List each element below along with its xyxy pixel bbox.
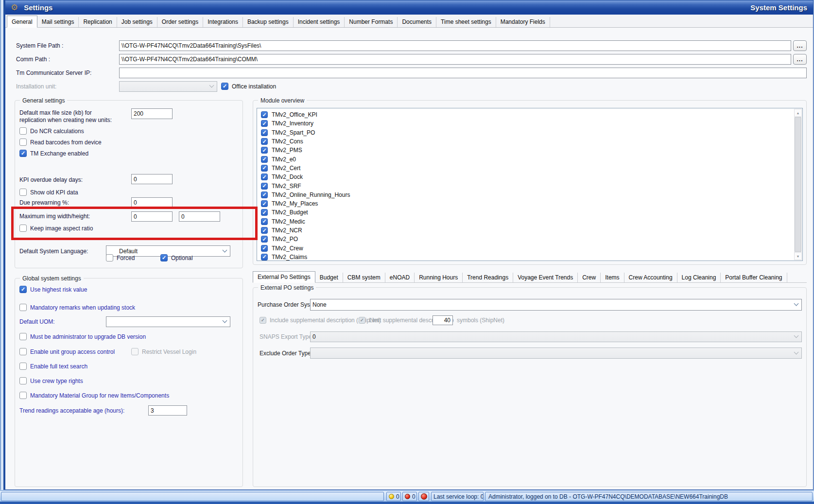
scrollbar-thumb[interactable] xyxy=(795,117,801,252)
subtab-trend-readings[interactable]: Trend Readings xyxy=(463,273,513,282)
tab-documents[interactable]: Documents xyxy=(398,17,436,27)
module-row[interactable]: TMv2_Claims xyxy=(261,253,792,261)
module-checkbox[interactable] xyxy=(261,147,268,154)
tab-replication[interactable]: Replication xyxy=(79,17,117,27)
module-checkbox[interactable] xyxy=(261,245,268,252)
subtab-running-hours[interactable]: Running Hours xyxy=(415,273,463,282)
system-file-path-input[interactable]: \\OTG-W-PF47N4CQ\Tmv2Data664Training\Sys… xyxy=(119,40,791,51)
subtab-cbm-system[interactable]: CBM system xyxy=(343,273,385,282)
subtab-portal-buffer-cleaning[interactable]: Portal Buffer Cleaning xyxy=(721,273,787,282)
module-checkbox[interactable] xyxy=(261,165,268,172)
module-checkbox[interactable] xyxy=(261,156,268,163)
tab-order-settings[interactable]: Order settings xyxy=(157,17,203,27)
browse-system-file-path-button[interactable]: ... xyxy=(793,40,807,51)
tab-time-sheet-settings[interactable]: Time sheet settings xyxy=(436,17,496,27)
module-checkbox[interactable] xyxy=(261,227,268,234)
kpi-overdue-input[interactable]: 0 xyxy=(131,174,173,184)
subtab-log-cleaning[interactable]: Log Cleaning xyxy=(677,273,721,282)
tab-incident-settings[interactable]: Incident settings xyxy=(294,17,345,27)
mandatory-material-checkbox[interactable] xyxy=(19,392,27,399)
module-checkbox[interactable] xyxy=(261,174,268,180)
subtab-crew[interactable]: Crew xyxy=(578,273,601,282)
module-checkbox[interactable] xyxy=(261,120,268,127)
module-list-scrollbar[interactable]: ▲ ▼ xyxy=(794,109,802,260)
warning-count: 0 xyxy=(396,493,399,500)
max-img-width-input[interactable]: 0 xyxy=(131,211,173,222)
module-row[interactable]: TMv2_Budget xyxy=(261,208,792,217)
subtab-budget[interactable]: Budget xyxy=(315,273,343,282)
max-file-size-input[interactable]: 200 xyxy=(131,108,173,119)
module-row[interactable]: TMv2_Crew xyxy=(261,243,792,252)
subtab-enoad[interactable]: eNOAD xyxy=(385,273,415,282)
browse-comm-path-button[interactable]: ... xyxy=(793,54,807,65)
subtab-items[interactable]: Items xyxy=(601,273,624,282)
scroll-up-icon[interactable]: ▲ xyxy=(794,109,802,117)
module-label: TMv2_Budget xyxy=(272,209,308,216)
module-row[interactable]: TMv2_Cert xyxy=(261,164,792,173)
module-row[interactable]: TMv2_Inventory xyxy=(261,119,792,128)
module-row[interactable]: TMv2_Spart_PO xyxy=(261,128,792,137)
module-checkbox[interactable] xyxy=(261,129,268,136)
enable-unit-group-checkbox[interactable] xyxy=(19,348,27,355)
module-overview-title: Module overview xyxy=(258,97,307,104)
module-row[interactable]: TMv2_Cons xyxy=(261,137,792,146)
error-count: 0 xyxy=(412,493,416,500)
module-checkbox[interactable] xyxy=(261,254,268,261)
module-row[interactable]: TMv2_SRF xyxy=(261,181,792,190)
module-checkbox[interactable] xyxy=(261,218,268,225)
scroll-down-icon[interactable]: ▼ xyxy=(794,252,802,260)
subtab-external-po-settings[interactable]: External Po Settings xyxy=(253,271,315,283)
purchase-order-system-select[interactable]: None xyxy=(310,299,802,311)
module-row[interactable]: TMv2_Online_Running_Hours xyxy=(261,191,792,199)
must-be-admin-checkbox[interactable] xyxy=(19,333,27,340)
max-img-height-input[interactable]: 0 xyxy=(179,211,220,222)
limit-symbols-input[interactable]: 40 xyxy=(433,315,453,325)
status-warning-cell: 0 xyxy=(386,492,401,501)
module-row[interactable]: TMv2_My_Places xyxy=(261,199,792,208)
module-label: TMv2_Dock xyxy=(272,174,303,180)
module-checkbox[interactable] xyxy=(261,200,268,207)
subtab-crew-accounting[interactable]: Crew Accounting xyxy=(624,273,677,282)
subtab-voyage-event-trends[interactable]: Voyage Event Trends xyxy=(513,273,578,282)
module-list[interactable]: TMv2_Office_KPI TMv2_Inventory TMv2_Spar… xyxy=(257,108,803,261)
comm-path-input[interactable]: \\OTG-W-PF47N4CQ\Tmv2Data664Training\COM… xyxy=(119,54,791,65)
module-checkbox[interactable] xyxy=(261,209,268,216)
full-text-checkbox[interactable] xyxy=(19,363,27,370)
read-barcodes-checkbox[interactable] xyxy=(19,139,27,146)
default-uom-select[interactable] xyxy=(106,316,230,327)
due-prewarning-input[interactable]: 0 xyxy=(131,197,173,208)
module-row[interactable]: TMv2_PO xyxy=(261,235,792,243)
module-checkbox[interactable] xyxy=(261,111,268,118)
tab-number-formats[interactable]: Number Formats xyxy=(345,17,398,27)
crew-type-checkbox[interactable] xyxy=(19,377,27,384)
module-checkbox[interactable] xyxy=(261,191,268,198)
tab-job-settings[interactable]: Job settings xyxy=(117,17,157,27)
module-row[interactable]: TMv2_Office_KPI xyxy=(261,110,792,119)
tab-general[interactable]: General xyxy=(7,16,37,28)
tab-mail-settings[interactable]: Mail settings xyxy=(37,17,79,27)
office-installation-checkbox[interactable] xyxy=(221,83,228,90)
use-highest-risk-checkbox[interactable] xyxy=(19,286,27,293)
module-row[interactable]: TMv2_Dock xyxy=(261,173,792,181)
module-row[interactable]: TMv2_PMS xyxy=(261,146,792,155)
tab-mandatory-fields[interactable]: Mandatory Fields xyxy=(496,17,550,27)
tm-communicator-ip-input[interactable] xyxy=(119,68,807,78)
tab-integrations[interactable]: Integrations xyxy=(203,17,243,27)
module-checkbox[interactable] xyxy=(261,138,268,145)
keep-aspect-checkbox[interactable] xyxy=(19,225,27,232)
mandatory-remarks-checkbox[interactable] xyxy=(19,304,27,311)
module-row[interactable]: TMv2_e0 xyxy=(261,155,792,163)
show-old-kpi-checkbox[interactable] xyxy=(19,189,27,196)
module-checkbox[interactable] xyxy=(261,236,268,243)
trend-readings-input[interactable]: 3 xyxy=(148,405,187,416)
module-row[interactable]: TMv2_Medic xyxy=(261,217,792,226)
tab-backup-settings[interactable]: Backup settings xyxy=(243,17,294,27)
optional-checkbox[interactable] xyxy=(160,254,168,261)
must-be-admin-label: Must be administrator to upgrade DB vers… xyxy=(30,333,146,340)
module-row[interactable]: TMv2_NCR xyxy=(261,226,792,235)
module-checkbox[interactable] xyxy=(261,183,268,190)
forced-checkbox[interactable] xyxy=(106,254,113,261)
do-ncr-checkbox[interactable] xyxy=(19,127,27,135)
comm-path-label: Comm Path : xyxy=(16,55,50,63)
tm-exchange-checkbox[interactable] xyxy=(19,150,27,157)
